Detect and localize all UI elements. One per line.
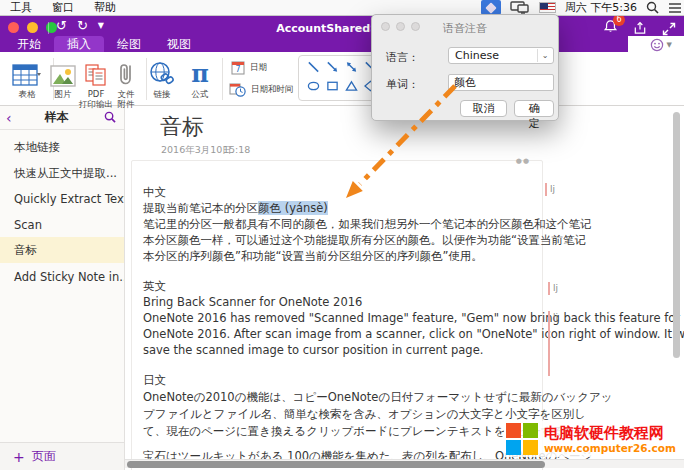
watermark-site-url: www.computer26.com xyxy=(544,442,676,454)
horizontal-scrollbar-track[interactable] xyxy=(125,459,684,468)
tab-draw[interactable]: 绘图 xyxy=(104,36,154,52)
insert-formula-button[interactable]: π 公式 xyxy=(182,57,218,99)
page-date: 2016年3月10日 xyxy=(161,144,232,157)
datetime-label: 日期和时间 xyxy=(251,84,294,96)
sidebar-page-item[interactable]: Quickly Extract Text... xyxy=(0,186,124,212)
site-watermark: 电脑软硬件教程网 www.computer26.com xyxy=(504,421,678,457)
horizontal-scrollbar-thumb[interactable] xyxy=(127,461,545,468)
share-icon[interactable] xyxy=(632,21,648,36)
displays-icon[interactable] xyxy=(510,1,530,14)
link-label: 链接 xyxy=(143,89,181,99)
svg-text:7: 7 xyxy=(235,65,240,74)
page-list-sidebar: ‹ 样本 本地链接 快速从正文中提取... Quickly Extract Te… xyxy=(0,106,125,470)
sidebar-page-item[interactable]: Add Sticky Note in... xyxy=(0,264,124,290)
shape-triangle-icon[interactable] xyxy=(345,80,358,92)
file-attachment-button[interactable]: 文件 附件 xyxy=(110,57,142,109)
author-mark-bar xyxy=(548,311,550,376)
ribbon-tabs: 开始 插入 绘图 视图 xyxy=(4,36,204,52)
insert-picture-button[interactable]: 图片 xyxy=(44,57,82,99)
language-label: 语言： xyxy=(386,50,419,65)
fullscreen-icon[interactable] xyxy=(662,22,676,36)
sidebar-header: ‹ 样本 xyxy=(0,106,124,130)
picture-icon xyxy=(50,65,76,87)
calendar-icon: 7 xyxy=(231,60,245,75)
cancel-button[interactable]: 取消 xyxy=(460,100,507,117)
zh-heading: 中文 xyxy=(143,185,166,200)
sidebar-page-item[interactable]: 本地链接 xyxy=(0,134,124,160)
shape-arrow-icon[interactable] xyxy=(326,60,339,74)
page-canvas[interactable]: 音标 2016年3月10日 15:18 ●● 中文 提取当前笔记本的分区颜色 (… xyxy=(125,106,684,470)
plus-icon: + xyxy=(13,449,25,465)
pdf-printout-button[interactable]: PDF 打印输出 xyxy=(78,57,114,109)
smiley-caret-icon[interactable]: ▼ xyxy=(667,41,672,49)
picture-label: 图片 xyxy=(44,89,82,99)
author-mark-bar xyxy=(548,282,550,295)
notifications-bell-icon[interactable]: 6 xyxy=(603,19,618,38)
menu-window[interactable]: 窗口 xyxy=(42,0,84,16)
author-initials: lj xyxy=(550,184,555,194)
add-page-label: 页面 xyxy=(32,448,56,465)
app-window: 工具 窗口 帮助 周六 下午5:36 xyxy=(0,0,684,470)
jp-line: プファイルとファイル名、簡単な検索を含み、オプションの大文字と小文字を区別し xyxy=(143,407,586,422)
word-label: 单词： xyxy=(386,77,419,92)
date-label: 日期 xyxy=(250,62,267,74)
spotlight-search-icon[interactable] xyxy=(646,1,659,14)
phonetic-annotation-dialog: 语音注音 语言： Chinese ⌄ 单词： 取消 确定 xyxy=(371,14,559,121)
shape-double-arrow-icon[interactable] xyxy=(345,60,358,74)
shape-line-icon[interactable] xyxy=(307,60,320,74)
language-select[interactable]: Chinese ⌄ xyxy=(448,47,554,64)
link-globe-icon xyxy=(148,61,176,87)
en-line: OneNote 2016 has removed "Scanned Image"… xyxy=(143,311,680,325)
dialog-title: 语音注音 xyxy=(372,21,558,36)
us-flag-icon[interactable] xyxy=(539,2,556,13)
highlighted-word[interactable]: 颜色 (yánsè) xyxy=(258,201,328,215)
calendar-clock-icon xyxy=(229,82,246,97)
shape-rectangle-icon[interactable] xyxy=(326,80,339,92)
zh-line: 本分区颜色一样，可以通过这个功能提取所有分区的颜色。以便作为功能“设置当前笔记 xyxy=(143,233,586,248)
window-titlebar: ↺ ↻ ▼ AccountSharedS5颜色 6 xyxy=(0,16,684,52)
pi-formula-icon: π xyxy=(191,61,209,87)
tab-insert[interactable]: 插入 xyxy=(54,36,104,52)
note-container[interactable]: ●● 中文 提取当前笔记本的分区颜色 (yánsè) 笔记里的分区一般都具有不同… xyxy=(131,160,543,470)
sidebar-search-icon[interactable] xyxy=(96,108,124,127)
ok-button[interactable]: 确定 xyxy=(514,100,554,117)
jp-line: OneNoteの2010の機能は、コピーOneNoteの日付フォーマットせずに最… xyxy=(143,390,612,405)
windows-logo-icon xyxy=(506,423,538,455)
paperclip-icon xyxy=(116,61,136,87)
tab-home[interactable]: 开始 xyxy=(4,36,54,52)
back-chevron-icon[interactable]: ‹ xyxy=(0,110,18,126)
menu-tools[interactable]: 工具 xyxy=(0,0,42,16)
ribbon: 表格 图片 xyxy=(0,52,684,106)
notification-center-icon[interactable] xyxy=(668,2,682,14)
vertical-scrollbar-thumb[interactable] xyxy=(673,112,680,358)
jp-heading: 日文 xyxy=(143,373,166,388)
insert-datetime-button[interactable]: 日期和时间 xyxy=(229,82,294,97)
zh-line-highlighted: 提取当前笔记本的分区颜色 (yánsè) xyxy=(143,201,328,216)
en-line: Bring Back Scanner for OneNote 2016 xyxy=(143,295,362,309)
en-line: OneNote 2016. After scan image from a sc… xyxy=(143,327,684,341)
insert-date-button[interactable]: 7 日期 xyxy=(231,60,267,75)
select-caret-icon: ⌄ xyxy=(537,49,552,62)
section-title: 样本 xyxy=(18,109,96,126)
macos-menubar: 工具 窗口 帮助 周六 下午5:36 xyxy=(0,0,684,16)
attach-label-line1: 文件 xyxy=(110,89,142,99)
sidebar-page-item[interactable]: 快速从正文中提取... xyxy=(0,160,124,186)
feedback-smiley-icon[interactable] xyxy=(650,38,664,52)
gem-menu-extra-icon[interactable] xyxy=(481,0,501,15)
author-initials: lj xyxy=(553,312,558,322)
note-container-handle[interactable]: ●● xyxy=(516,157,530,165)
sidebar-page-item-selected[interactable]: 音标 xyxy=(0,237,124,263)
tab-view[interactable]: 视图 xyxy=(154,36,204,52)
menu-help[interactable]: 帮助 xyxy=(84,0,126,16)
add-page-button[interactable]: + 页面 xyxy=(0,442,124,470)
author-initials: lj xyxy=(553,283,558,293)
menubar-clock[interactable]: 周六 下午5:36 xyxy=(565,0,637,15)
insert-link-button[interactable]: 链接 xyxy=(143,57,181,99)
shapes-gallery[interactable] xyxy=(298,55,378,101)
sidebar-page-item[interactable]: Scan xyxy=(0,212,124,238)
word-input[interactable] xyxy=(448,74,554,91)
zh-line: 本分区的序列颜色”和功能“设置当前分区组分区的序列颜色”使用。 xyxy=(143,249,483,264)
pdf-printout-icon xyxy=(84,63,108,87)
page-title[interactable]: 音标 xyxy=(160,112,204,142)
shape-ellipse-icon[interactable] xyxy=(307,80,320,92)
